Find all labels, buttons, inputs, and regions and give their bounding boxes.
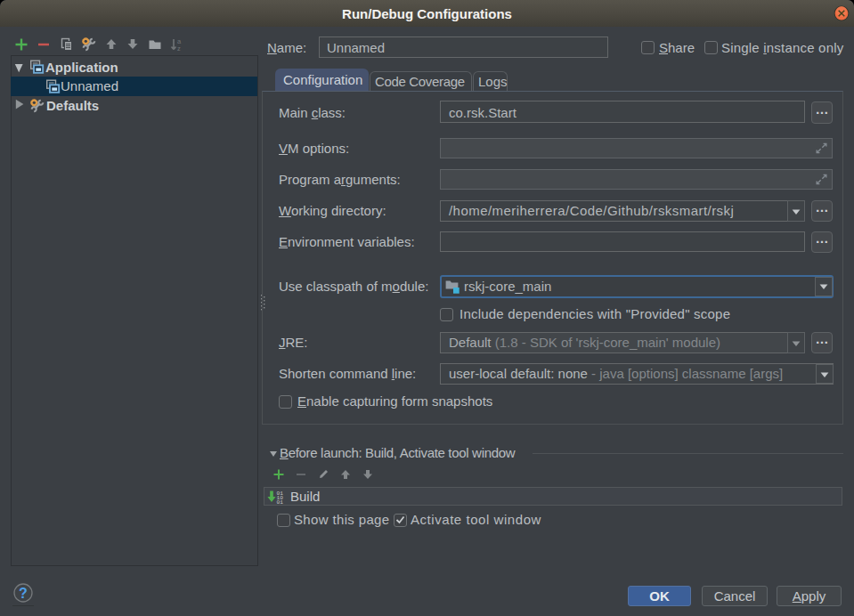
svg-text:z: z: [177, 45, 181, 52]
svg-text:?: ?: [19, 586, 28, 601]
svg-text:01: 01: [277, 499, 284, 504]
